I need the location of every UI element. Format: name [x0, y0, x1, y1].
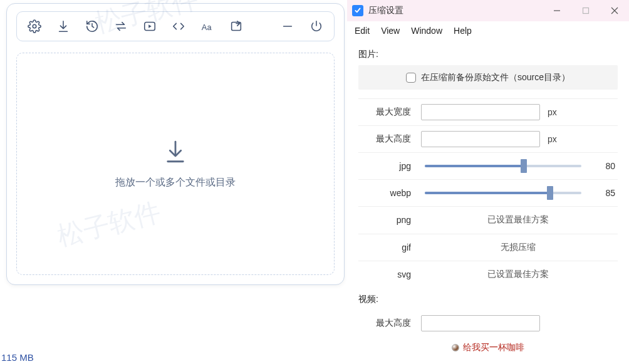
- video-button[interactable]: [136, 14, 164, 38]
- history-button[interactable]: [78, 14, 106, 38]
- minimize-button[interactable]: [274, 14, 301, 38]
- swap-button[interactable]: [107, 14, 135, 38]
- webp-label: webp: [361, 188, 413, 198]
- svg-note: 已设置最佳方案: [421, 269, 615, 280]
- download-icon: [56, 19, 70, 33]
- close-icon: [611, 7, 618, 14]
- coffee-icon: [452, 344, 459, 351]
- backup-label: 在压缩前备份原始文件（source目录）: [421, 72, 570, 83]
- minus-icon: [281, 19, 294, 33]
- webp-slider[interactable]: [425, 192, 581, 194]
- jpg-slider[interactable]: [425, 165, 581, 167]
- main-window: Aa 拖放一个或多个文件或目录: [6, 3, 345, 285]
- webp-value: 85: [593, 188, 615, 198]
- status-text: 115 MB: [1, 352, 34, 363]
- svg-rect-4: [583, 8, 589, 14]
- slider-thumb[interactable]: [521, 159, 527, 173]
- window-title: 压缩设置: [368, 5, 403, 16]
- maximize-icon: [582, 7, 590, 14]
- window-minimize-button[interactable]: [543, 0, 571, 21]
- px-suffix: px: [548, 134, 557, 144]
- power-button[interactable]: [303, 14, 330, 38]
- jpg-value: 80: [593, 161, 615, 171]
- max-height-input[interactable]: [421, 131, 540, 147]
- max-height-label: 最大高度: [361, 133, 413, 145]
- settings-window: 压缩设置 Edit View Window Help 图片: 在压缩前备份原始文…: [347, 0, 629, 364]
- download-icon: [162, 138, 189, 165]
- max-width-input[interactable]: [421, 104, 540, 120]
- max-height-row: 最大高度 px: [358, 125, 618, 152]
- dropzone-label: 拖放一个或多个文件或目录: [115, 176, 236, 189]
- svg-point-0: [33, 24, 36, 28]
- minimize-icon: [553, 7, 561, 14]
- max-width-label: 最大宽度: [361, 107, 413, 118]
- download-button[interactable]: [49, 14, 77, 38]
- jpg-row: jpg 80: [358, 152, 618, 179]
- png-label: png: [361, 215, 413, 225]
- menu-help[interactable]: Help: [454, 26, 472, 36]
- window-close-button[interactable]: [600, 0, 629, 21]
- menu-edit[interactable]: Edit: [355, 26, 370, 36]
- donate-label: 给我买一杯咖啡: [463, 342, 524, 353]
- toolbar: Aa: [16, 11, 335, 41]
- video-max-height-label: 最大高度: [361, 318, 413, 329]
- webp-row: webp 85: [358, 179, 618, 206]
- gif-note: 无损压缩: [421, 242, 615, 253]
- power-icon: [309, 19, 323, 33]
- backup-row[interactable]: 在压缩前备份原始文件（source目录）: [358, 65, 618, 90]
- settings-button[interactable]: [21, 14, 48, 38]
- max-width-row: 最大宽度 px: [358, 98, 618, 125]
- png-row: png 已设置最佳方案: [358, 206, 618, 233]
- history-icon: [85, 19, 99, 33]
- svg-label: svg: [361, 269, 413, 279]
- settings-content: 图片: 在压缩前备份原始文件（source目录） 最大宽度 px 最大高度 px…: [347, 40, 629, 364]
- code-icon: [172, 19, 185, 33]
- swap-icon: [114, 19, 128, 33]
- app-icon: [352, 5, 363, 16]
- font-button[interactable]: Aa: [194, 14, 221, 38]
- video-max-height-input[interactable]: [421, 315, 540, 331]
- donate-link[interactable]: 给我买一杯咖啡: [358, 337, 618, 359]
- share-icon: [229, 19, 243, 33]
- titlebar: 压缩设置: [347, 0, 629, 21]
- svg-row: svg 已设置最佳方案: [358, 261, 618, 288]
- menubar: Edit View Window Help: [347, 21, 629, 40]
- image-section-title: 图片:: [358, 49, 618, 60]
- backup-checkbox[interactable]: [406, 73, 416, 83]
- gif-label: gif: [361, 242, 413, 252]
- menu-window[interactable]: Window: [411, 26, 442, 36]
- slider-thumb[interactable]: [547, 186, 553, 200]
- px-suffix: px: [548, 107, 557, 117]
- video-max-height-row: 最大高度: [358, 310, 618, 337]
- gear-icon: [28, 19, 41, 33]
- gif-row: gif 无损压缩: [358, 234, 618, 261]
- jpg-label: jpg: [361, 161, 413, 171]
- svg-text:Aa: Aa: [202, 23, 212, 32]
- code-button[interactable]: [165, 14, 192, 38]
- share-button[interactable]: [222, 14, 250, 38]
- play-rect-icon: [143, 19, 157, 33]
- dropzone[interactable]: 拖放一个或多个文件或目录: [16, 53, 335, 275]
- video-section-title: 视频:: [358, 294, 618, 305]
- png-note: 已设置最佳方案: [421, 214, 615, 226]
- menu-view[interactable]: View: [381, 26, 400, 36]
- font-icon: Aa: [200, 19, 214, 33]
- window-maximize-button[interactable]: [571, 0, 600, 21]
